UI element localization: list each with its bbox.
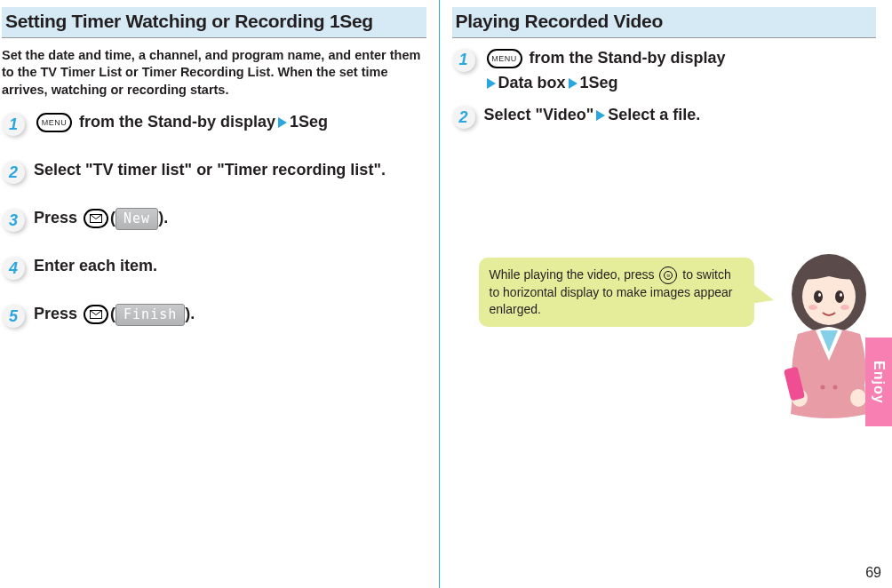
link-databox: Data box <box>498 74 566 91</box>
step-number: 4 <box>2 257 25 280</box>
tip-text-1: While playing the video, press <box>490 267 658 282</box>
svg-point-4 <box>814 290 823 303</box>
mail-button-icon <box>84 305 108 324</box>
left-section-title: Setting Timer Watching or Recording 1Seg <box>2 7 426 38</box>
tip-box: While playing the video, press tv to swi… <box>479 258 754 327</box>
page-number: 69 <box>865 565 881 581</box>
new-pill: New <box>115 208 158 229</box>
link-1seg: 1Seg <box>580 74 618 91</box>
left-step-2: 2 Select "TV timer list" or "Timer recor… <box>2 159 426 182</box>
svg-point-12 <box>850 389 866 407</box>
step-number: 2 <box>452 106 475 129</box>
step-body: Press (New). <box>34 207 168 229</box>
step-body: Enter each item. <box>34 255 157 276</box>
right-step-1: 1 MENU from the Stand-by display Data bo… <box>452 47 877 94</box>
svg-point-14 <box>833 385 838 390</box>
arrow-icon <box>278 117 287 128</box>
mail-button-icon <box>84 209 108 228</box>
paren-close: ). <box>185 305 195 322</box>
side-tab-label: Enjoy <box>871 361 887 404</box>
right-step-2: 2 Select "Video"Select a file. <box>452 104 877 127</box>
side-tab-enjoy: Enjoy <box>865 338 892 426</box>
left-intro: Set the date and time, a channel, and pr… <box>2 47 426 99</box>
right-column: Playing Recorded Video 1 MENU from the S… <box>439 0 893 588</box>
svg-point-13 <box>821 385 825 390</box>
svg-point-8 <box>808 305 817 310</box>
step-text: from the Stand-by display <box>530 49 726 67</box>
step-number: 3 <box>2 209 25 232</box>
step-number: 1 <box>2 113 25 136</box>
left-step-1: 1 MENU from the Stand-by display1Seg <box>2 111 426 134</box>
step-body: MENU from the Stand-by display1Seg <box>34 111 328 132</box>
left-step-4: 4 Enter each item. <box>2 255 426 278</box>
finish-pill: Finish <box>115 304 185 325</box>
step-number: 1 <box>452 49 475 72</box>
arrow-icon <box>487 78 496 89</box>
menu-button-icon: MENU <box>487 49 522 68</box>
svg-point-9 <box>840 305 849 310</box>
select-video: Select "Video" <box>484 106 594 123</box>
step-body: Press (Finish). <box>34 303 195 325</box>
svg-point-6 <box>818 293 821 297</box>
speech-tail-icon <box>751 282 774 304</box>
press-label: Press <box>34 305 82 322</box>
select-file: Select a file. <box>608 106 700 123</box>
paren-close: ). <box>158 209 168 226</box>
arrow-icon <box>569 78 577 89</box>
menu-button-icon: MENU <box>36 113 72 132</box>
left-column: Setting Timer Watching or Recording 1Seg… <box>0 0 439 588</box>
step-number: 5 <box>2 305 25 328</box>
step-body: MENU from the Stand-by display Data box1… <box>484 47 726 94</box>
step-body: Select "TV timer list" or "Timer recordi… <box>34 159 386 180</box>
step-number: 2 <box>2 161 25 184</box>
right-section-title: Playing Recorded Video <box>452 7 877 38</box>
arrow-icon <box>596 110 605 121</box>
left-step-3: 3 Press (New). <box>2 207 426 230</box>
svg-point-5 <box>835 290 844 303</box>
svg-point-7 <box>840 293 842 297</box>
step-body: Select "Video"Select a file. <box>484 104 701 125</box>
press-label: Press <box>34 209 82 226</box>
step-tail: 1Seg <box>290 113 328 131</box>
left-step-5: 5 Press (Finish). <box>2 303 426 326</box>
step-text: from the Stand-by display <box>79 113 275 131</box>
camera-button-icon: tv <box>659 266 677 284</box>
